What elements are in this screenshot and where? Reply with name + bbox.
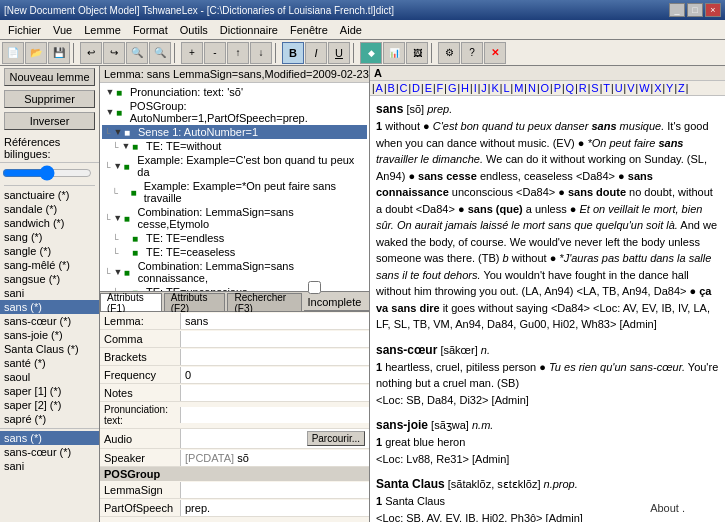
list-item[interactable]: Santa Claus (*)	[0, 342, 99, 356]
left-scroll-input[interactable]	[2, 167, 92, 179]
tree-expand-icon[interactable]: ▼	[120, 141, 132, 151]
inverser-button[interactable]: Inverser	[4, 112, 95, 130]
alpha-link-c[interactable]: C	[400, 82, 408, 94]
list-item[interactable]: sans-cœur (*)	[0, 314, 99, 328]
list-item[interactable]: sans (*)	[0, 300, 99, 314]
list-item[interactable]: sang-mêlé (*)	[0, 258, 99, 272]
alpha-link-y[interactable]: Y	[666, 82, 673, 94]
menu-aide[interactable]: Aide	[334, 22, 368, 38]
parcourir-button[interactable]: Parcourir...	[307, 431, 365, 446]
nouveau-lemme-button[interactable]: Nouveau lemme	[4, 68, 95, 86]
incomplete-checkbox[interactable]	[308, 281, 321, 294]
tree-item[interactable]: └▼■Combination: LemmaSign=sans cesse,Ety…	[102, 205, 367, 231]
alpha-link-l[interactable]: L	[503, 82, 509, 94]
tb-up[interactable]: ↑	[227, 42, 249, 64]
menu-dictionnaire[interactable]: Dictionnaire	[214, 22, 284, 38]
close-button[interactable]: ×	[705, 3, 721, 17]
comma-value[interactable]	[180, 331, 369, 347]
about-link[interactable]: About .	[650, 502, 685, 514]
list-item[interactable]: sans (*)	[0, 431, 99, 445]
list-item[interactable]: sandale (*)	[0, 202, 99, 216]
list-item[interactable]: sanctuaire (*)	[0, 188, 99, 202]
list-item[interactable]: sani	[0, 286, 99, 300]
alpha-link-a[interactable]: A	[376, 82, 383, 94]
list-item[interactable]: saper [2] (*)	[0, 398, 99, 412]
alpha-link-i[interactable]: I	[474, 82, 477, 94]
alpha-link-g[interactable]: G	[448, 82, 457, 94]
frequency-input[interactable]	[185, 369, 365, 381]
tree-item[interactable]: ▼■POSGroup: AutoNumber=1,PartOfSpeech=pr…	[102, 99, 367, 125]
alpha-link-h[interactable]: H	[461, 82, 469, 94]
partofspeech-value[interactable]	[180, 500, 369, 516]
pronunciation-input[interactable]	[185, 409, 365, 421]
tree-item[interactable]: └▼■TE: TE=without	[102, 139, 367, 153]
lemmasign-value[interactable]	[180, 482, 369, 498]
tab-attributes-1[interactable]: Attributs (F1)	[100, 293, 162, 311]
menu-vue[interactable]: Vue	[47, 22, 78, 38]
menu-outils[interactable]: Outils	[174, 22, 214, 38]
frequency-value[interactable]	[180, 367, 369, 383]
alpha-link-b[interactable]: B	[388, 82, 395, 94]
tb-settings[interactable]: ⚙	[438, 42, 460, 64]
tb-italic[interactable]: I	[305, 42, 327, 64]
menu-fenetre[interactable]: Fenêtre	[284, 22, 334, 38]
tree-expand-icon[interactable]: ▼	[112, 267, 124, 277]
tab-attributes-2[interactable]: Attributs (F2)	[164, 293, 226, 311]
pronunciation-value[interactable]	[180, 407, 369, 423]
left-scrollbar[interactable]	[0, 163, 99, 183]
tree-expand-icon[interactable]: ▼	[104, 107, 116, 117]
alpha-link-n[interactable]: N	[528, 82, 536, 94]
alpha-link-v[interactable]: V	[627, 82, 634, 94]
list-item[interactable]: sans-joie (*)	[0, 328, 99, 342]
tree-item[interactable]: ▼■Pronunciation: text: 'sõ'	[102, 85, 367, 99]
tb-chart[interactable]: 📊	[383, 42, 405, 64]
tb-remove[interactable]: -	[204, 42, 226, 64]
lemma-input[interactable]	[185, 315, 365, 327]
list-item[interactable]: sangsue (*)	[0, 272, 99, 286]
tb-search[interactable]: 🔍	[126, 42, 148, 64]
list-item[interactable]: sans-cœur (*)	[0, 445, 99, 459]
tb-save[interactable]: 💾	[48, 42, 70, 64]
tb-new[interactable]: 📄	[2, 42, 24, 64]
alpha-link-s[interactable]: S	[591, 82, 598, 94]
tree-expand-icon[interactable]: ▼	[104, 87, 116, 97]
alpha-link-x[interactable]: X	[654, 82, 661, 94]
alpha-link-z[interactable]: Z	[678, 82, 685, 94]
lemmasign-input[interactable]	[185, 484, 365, 496]
tb-x[interactable]: ✕	[484, 42, 506, 64]
menu-fichier[interactable]: Fichier	[2, 22, 47, 38]
tree-item[interactable]: └ ■TE: TE=ceaseless	[102, 245, 367, 259]
tb-add[interactable]: +	[181, 42, 203, 64]
alpha-link-o[interactable]: O	[540, 82, 549, 94]
tb-open[interactable]: 📂	[25, 42, 47, 64]
list-item[interactable]: sani	[0, 459, 99, 473]
tb-down[interactable]: ↓	[250, 42, 272, 64]
list-item[interactable]: santé (*)	[0, 356, 99, 370]
notes-input[interactable]	[185, 387, 365, 399]
tree-expand-icon[interactable]: ▼	[112, 127, 124, 137]
partofspeech-input[interactable]	[185, 502, 365, 514]
minimize-button[interactable]: _	[669, 3, 685, 17]
tb-help[interactable]: ?	[461, 42, 483, 64]
brackets-value[interactable]	[180, 349, 369, 365]
list-item[interactable]: sandwich (*)	[0, 216, 99, 230]
alpha-link-r[interactable]: R	[579, 82, 587, 94]
menu-format[interactable]: Format	[127, 22, 174, 38]
tree-item[interactable]: └▼■Sense 1: AutoNumber=1	[102, 125, 367, 139]
alpha-link-m[interactable]: M	[514, 82, 523, 94]
tree-item[interactable]: └▼■Example: Example=C'est bon quand tu p…	[102, 153, 367, 179]
alpha-link-p[interactable]: P	[554, 82, 561, 94]
tb-underline[interactable]: U	[328, 42, 350, 64]
alpha-link-j[interactable]: J	[481, 82, 487, 94]
alpha-link-k[interactable]: K	[491, 82, 498, 94]
list-item[interactable]: saper [1] (*)	[0, 384, 99, 398]
tb-redo[interactable]: ↪	[103, 42, 125, 64]
tb-search2[interactable]: 🔍	[149, 42, 171, 64]
alpha-link-d[interactable]: D	[412, 82, 420, 94]
tb-bold[interactable]: B	[282, 42, 304, 64]
alpha-link-u[interactable]: U	[615, 82, 623, 94]
list-item[interactable]: sangle (*)	[0, 244, 99, 258]
alpha-link-w[interactable]: W	[639, 82, 649, 94]
tb-img[interactable]: 🖼	[406, 42, 428, 64]
comma-input[interactable]	[185, 333, 365, 345]
